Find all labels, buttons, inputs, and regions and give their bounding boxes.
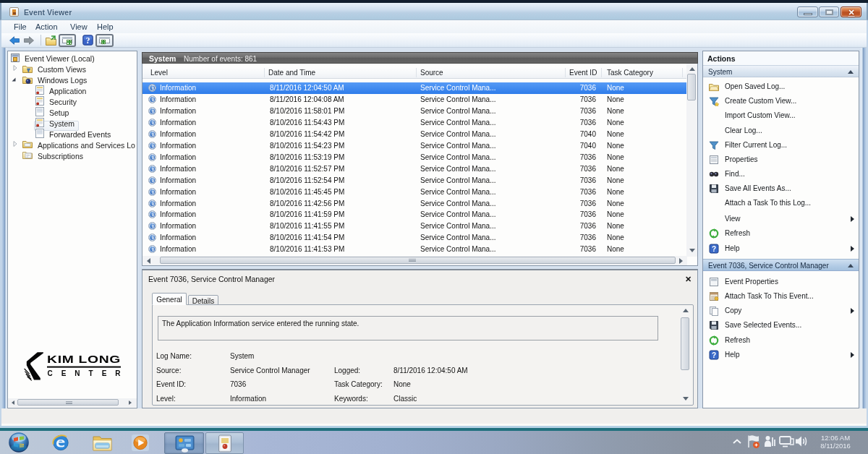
svg-text:?: ? — [712, 351, 716, 359]
svg-text:CENTER: CENTER — [48, 369, 122, 377]
svg-text:?: ? — [86, 36, 90, 45]
svg-text:KIM LONG: KIM LONG — [47, 354, 121, 365]
svg-text:?: ? — [712, 245, 716, 253]
